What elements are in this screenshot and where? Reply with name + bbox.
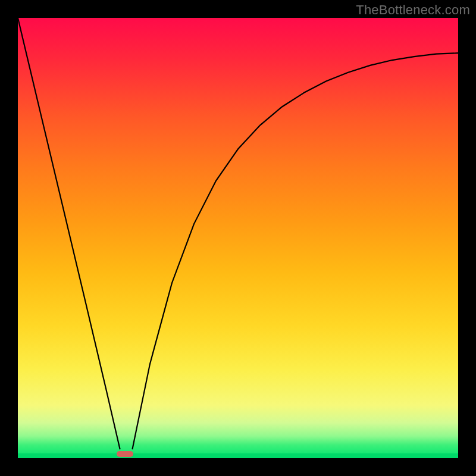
optimum-marker bbox=[117, 451, 133, 457]
plot-area bbox=[18, 18, 458, 458]
curve-left-branch bbox=[18, 18, 120, 449]
chart-frame: TheBottleneck.com bbox=[0, 0, 476, 476]
curve-right-branch bbox=[132, 53, 458, 449]
bottleneck-curve-svg bbox=[18, 18, 458, 458]
watermark-text: TheBottleneck.com bbox=[356, 2, 470, 18]
